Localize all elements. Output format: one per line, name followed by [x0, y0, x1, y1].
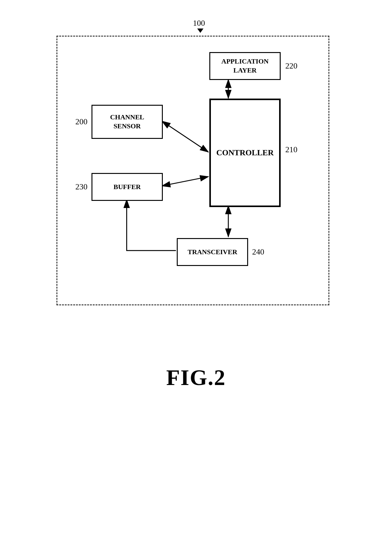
svg-line-5: [162, 177, 208, 186]
channel-sensor-box: CHANNELSENSOR: [91, 105, 163, 139]
system-ref-label: 100: [193, 19, 205, 28]
svg-line-4: [162, 121, 208, 152]
ref-210-label: 210: [285, 145, 297, 154]
outer-system-box: APPLICATIONLAYER 220 CONTROLLER 210 CHAN…: [56, 36, 329, 305]
controller-box: CONTROLLER: [209, 99, 281, 207]
application-layer-label: APPLICATIONLAYER: [221, 57, 269, 75]
system-ref-arrow: [197, 29, 203, 33]
transceiver-label: TRANSCEIVER: [188, 248, 237, 256]
ref-200-label: 200: [75, 117, 87, 126]
figure-label: FIG.2: [166, 365, 226, 391]
ref-230-label: 230: [75, 182, 87, 192]
page-container: 100: [0, 0, 392, 540]
diagram-area: 100: [44, 19, 348, 391]
application-layer-box: APPLICATIONLAYER: [209, 52, 281, 80]
ref-240-label: 240: [252, 247, 264, 257]
buffer-box: BUFFER: [91, 173, 163, 201]
channel-sensor-label: CHANNELSENSOR: [110, 113, 144, 131]
controller-label: CONTROLLER: [216, 148, 274, 157]
ref-220-label: 220: [285, 61, 297, 71]
transceiver-box: TRANSCEIVER: [177, 238, 248, 266]
buffer-label: BUFFER: [114, 183, 141, 191]
